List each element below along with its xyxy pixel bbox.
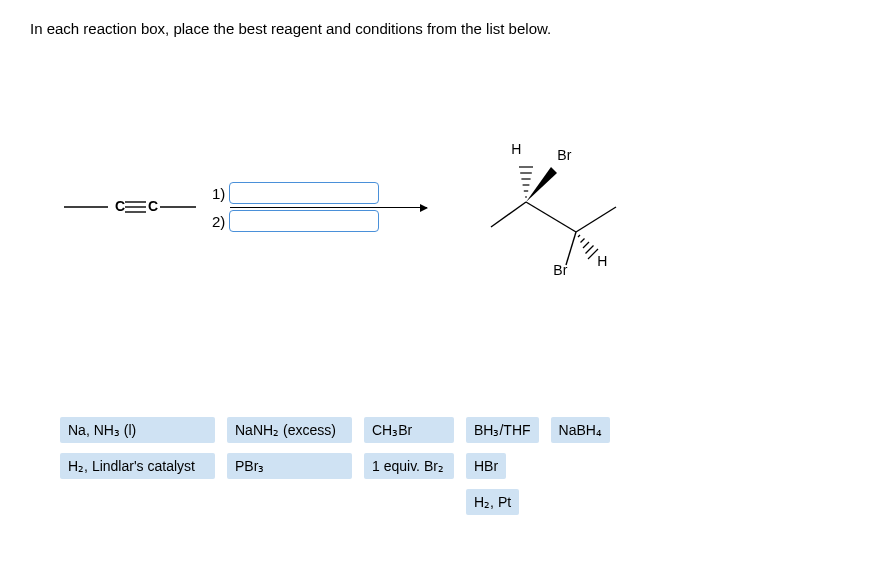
reaction-arrow bbox=[230, 207, 427, 208]
svg-line-8 bbox=[526, 202, 576, 232]
product-structure: H Br Br H bbox=[481, 137, 641, 277]
reagent-chip-bh3thf[interactable]: BH₃/THF bbox=[466, 417, 539, 443]
reagent-chip-hbr[interactable]: HBr bbox=[466, 453, 506, 479]
product-label-Br-top: Br bbox=[557, 147, 571, 163]
question-prompt: In each reaction box, place the best rea… bbox=[30, 20, 859, 37]
reagent-chip-na-nh3[interactable]: Na, NH₃ (l) bbox=[60, 417, 215, 443]
svg-text:C: C bbox=[148, 198, 158, 214]
svg-line-20 bbox=[586, 246, 594, 254]
svg-line-22 bbox=[566, 232, 576, 265]
starting-material-alkyne: C C bbox=[60, 187, 200, 227]
svg-marker-10 bbox=[526, 167, 557, 202]
svg-line-7 bbox=[491, 202, 526, 227]
reagent-chip-br2[interactable]: 1 equiv. Br₂ bbox=[364, 453, 454, 479]
reagent-chip-h2pt[interactable]: H₂, Pt bbox=[466, 489, 519, 515]
reagent-chip-ch3br[interactable]: CH₃Br bbox=[364, 417, 454, 443]
reagent-chip-nanh2[interactable]: NaNH₂ (excess) bbox=[227, 417, 352, 443]
svg-line-18 bbox=[581, 239, 585, 243]
step-1-label: 1) bbox=[212, 185, 225, 202]
step-2-label: 2) bbox=[212, 213, 225, 230]
product-label-Br-bot: Br bbox=[553, 262, 567, 278]
reagent-box-2[interactable] bbox=[229, 210, 379, 232]
reagent-chip-nabh4[interactable]: NaBH₄ bbox=[551, 417, 610, 443]
reaction-scheme: C C 1) 2) bbox=[60, 137, 859, 277]
svg-text:C: C bbox=[115, 198, 125, 214]
svg-line-9 bbox=[576, 207, 616, 232]
reagent-pool: Na, NH₃ (l) NaNH₂ (excess) CH₃Br BH₃/THF… bbox=[60, 417, 700, 515]
reaction-arrow-block: 1) 2) bbox=[212, 182, 379, 232]
svg-line-19 bbox=[583, 242, 589, 248]
product-label-H-top: H bbox=[511, 141, 521, 157]
reagent-chip-lindlar[interactable]: H₂, Lindlar's catalyst bbox=[60, 453, 215, 479]
product-label-H-bot: H bbox=[597, 253, 607, 269]
reagent-box-1[interactable] bbox=[229, 182, 379, 204]
svg-line-17 bbox=[578, 235, 580, 237]
reagent-chip-pbr3[interactable]: PBr₃ bbox=[227, 453, 352, 479]
